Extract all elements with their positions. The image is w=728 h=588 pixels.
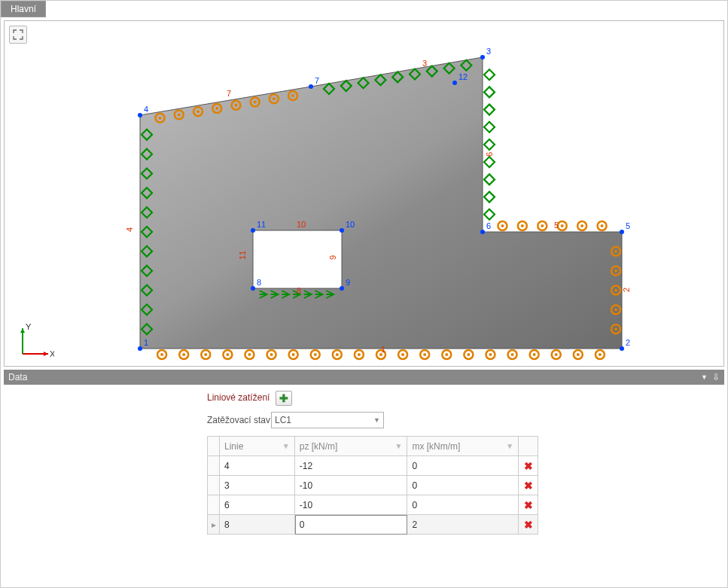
svg-point-76 <box>254 101 257 104</box>
plus-icon: ✚ <box>279 393 288 404</box>
filter-icon[interactable]: ▼ <box>394 442 402 450</box>
svg-point-87 <box>138 113 142 117</box>
col-linie[interactable]: Linie▼ <box>220 437 295 456</box>
svg-point-62 <box>580 224 583 227</box>
svg-point-72 <box>215 107 218 110</box>
svg-point-91 <box>480 230 485 234</box>
svg-text:6: 6 <box>486 221 491 230</box>
loadcase-label: Zatěžovací stav <box>207 415 271 425</box>
svg-point-24 <box>401 353 404 356</box>
table-header: Linie▼ pz [kN/m]▼ mx [kNm/m]▼ <box>208 437 538 456</box>
svg-point-95 <box>251 286 255 291</box>
svg-point-74 <box>234 104 237 107</box>
svg-point-18 <box>336 353 339 356</box>
delete-button[interactable]: ✖ <box>524 519 533 531</box>
svg-point-56 <box>521 224 524 227</box>
svg-text:4: 4 <box>144 105 148 114</box>
svg-text:1: 1 <box>144 338 148 347</box>
svg-point-6 <box>204 353 207 356</box>
svg-point-66 <box>159 117 162 120</box>
svg-point-64 <box>601 224 604 227</box>
svg-point-28 <box>445 353 448 356</box>
svg-point-58 <box>541 224 544 227</box>
col-mx[interactable]: mx [kNm/m]▼ <box>407 437 519 456</box>
svg-point-89 <box>620 230 624 234</box>
svg-point-20 <box>358 353 361 356</box>
svg-point-30 <box>467 353 470 356</box>
svg-point-103 <box>452 81 457 85</box>
svg-point-70 <box>196 110 200 113</box>
svg-text:12: 12 <box>458 72 468 81</box>
svg-text:8: 8 <box>257 278 261 287</box>
svg-point-40 <box>577 353 580 356</box>
svg-point-42 <box>599 353 602 356</box>
svg-text:5: 5 <box>626 221 630 230</box>
svg-point-52 <box>614 250 617 253</box>
table-row[interactable]: 3 -10 0 ✖ <box>208 476 538 495</box>
svg-point-34 <box>511 353 514 356</box>
chevron-down-icon: ▼ <box>373 416 380 424</box>
svg-point-83 <box>620 346 624 351</box>
loadcase-value: LC1 <box>275 415 291 425</box>
svg-point-32 <box>489 353 492 356</box>
svg-marker-119 <box>20 328 25 333</box>
svg-text:8: 8 <box>297 286 301 295</box>
svg-point-48 <box>614 289 617 292</box>
svg-point-68 <box>178 113 181 116</box>
loads-table: Linie▼ pz [kN/m]▼ mx [kNm/m]▼ 4 -12 0 ✖ … <box>207 436 538 535</box>
svg-point-46 <box>614 308 617 311</box>
svg-point-2 <box>160 353 163 356</box>
svg-text:9: 9 <box>328 255 337 260</box>
svg-text:5: 5 <box>554 221 559 230</box>
svg-text:X: X <box>50 349 54 358</box>
svg-text:7: 7 <box>315 76 319 85</box>
data-panel-body: Liniové zatížení ✚ Zatěžovací stav LC1 ▼… <box>4 385 724 584</box>
svg-point-16 <box>314 353 317 356</box>
pz-input[interactable]: 0 <box>295 515 408 535</box>
svg-marker-117 <box>44 352 48 356</box>
table-row[interactable]: 4 -12 0 ✖ <box>208 456 538 476</box>
svg-point-81 <box>138 346 142 351</box>
svg-point-99 <box>340 228 344 233</box>
svg-point-44 <box>614 328 617 331</box>
svg-point-93 <box>309 84 313 89</box>
dropdown-icon[interactable]: ▼ <box>701 373 708 381</box>
table-row[interactable]: ▸ 8 0 2 ✖ <box>208 515 538 535</box>
data-panel-title: Data <box>8 372 27 382</box>
data-panel-header[interactable]: Data ▼ ⇩ <box>4 370 724 385</box>
delete-button[interactable]: ✖ <box>524 480 533 492</box>
tab-main[interactable]: Hlavní <box>1 1 46 17</box>
filter-icon[interactable]: ▼ <box>506 442 513 450</box>
svg-text:11: 11 <box>257 220 266 229</box>
svg-text:2: 2 <box>622 288 631 292</box>
svg-point-38 <box>555 353 558 356</box>
svg-text:2: 2 <box>626 338 630 347</box>
svg-point-4 <box>182 353 185 356</box>
col-pz[interactable]: pz [kN/m]▼ <box>295 437 408 456</box>
svg-point-10 <box>248 353 251 356</box>
model-viewport[interactable]: 123456789101112 1234567891011 X Y <box>4 20 724 367</box>
delete-button[interactable]: ✖ <box>524 460 533 472</box>
svg-point-85 <box>480 55 485 59</box>
svg-text:9: 9 <box>346 278 350 287</box>
svg-text:3: 3 <box>422 59 427 68</box>
filter-icon[interactable]: ▼ <box>282 442 290 450</box>
section-title: Liniové zatížení <box>207 392 270 403</box>
pin-icon[interactable]: ⇩ <box>712 372 720 382</box>
loadcase-select[interactable]: LC1 ▼ <box>271 412 384 428</box>
svg-point-12 <box>270 353 273 356</box>
delete-button[interactable]: ✖ <box>524 499 533 511</box>
svg-point-50 <box>614 270 617 273</box>
svg-text:10: 10 <box>346 220 355 229</box>
table-row[interactable]: 6 -10 0 ✖ <box>208 495 538 515</box>
add-button[interactable]: ✚ <box>276 391 292 406</box>
svg-text:10: 10 <box>297 220 306 229</box>
svg-point-14 <box>292 353 295 356</box>
model-canvas: 123456789101112 1234567891011 <box>5 21 723 366</box>
svg-point-54 <box>501 224 504 227</box>
row-indicator-icon: ▸ <box>208 515 220 535</box>
svg-text:4: 4 <box>125 227 134 232</box>
svg-text:Y: Y <box>26 322 32 331</box>
svg-point-36 <box>533 353 536 356</box>
fullscreen-button[interactable] <box>9 26 27 44</box>
